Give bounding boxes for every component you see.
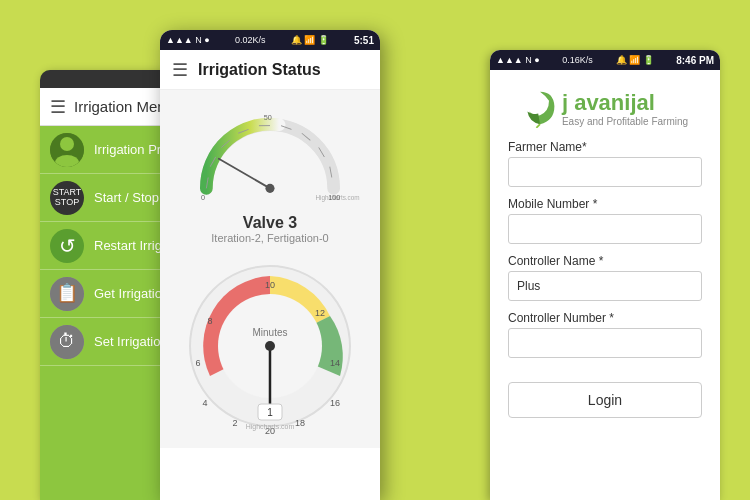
mobile-number-group: Mobile Number *	[508, 197, 702, 244]
controller-name-input[interactable]	[508, 271, 702, 301]
set-hist-icon: ⏱	[50, 325, 84, 359]
farmer-name-group: Farmer Name*	[508, 140, 702, 187]
svg-text:14: 14	[330, 358, 340, 368]
svg-text:0: 0	[201, 193, 205, 202]
mid-status-bar: ▲▲▲ N ● 0.02K/s 🔔 📶 🔋 5:51	[160, 30, 380, 50]
mobile-number-input[interactable]	[508, 214, 702, 244]
svg-text:Minutes: Minutes	[252, 327, 287, 338]
mid-hamburger-icon[interactable]: ☰	[172, 59, 188, 81]
hamburger-icon[interactable]: ☰	[50, 96, 66, 118]
svg-text:12: 12	[315, 308, 325, 318]
logo-leaf-icon	[522, 88, 558, 128]
svg-text:Highcharts.com: Highcharts.com	[246, 423, 295, 431]
farmer-name-label: Farmer Name*	[508, 140, 702, 154]
profile-icon	[50, 133, 84, 167]
logo-icon: j avanijal Easy and Profitable Farming	[522, 88, 688, 128]
svg-text:100: 100	[328, 193, 340, 202]
gauge-top-svg: Highcharts.com 0 100 50	[180, 102, 360, 202]
mid-app-header: ☰ Irrigation Status	[160, 50, 380, 90]
svg-line-40	[536, 124, 540, 128]
mid-header-title: Irrigation Status	[198, 61, 321, 79]
valve-info: Valve 3 Iteration-2, Fertigation-0	[211, 206, 328, 252]
logo-rest: avanijal	[568, 90, 655, 115]
restart-icon: ↺	[50, 229, 84, 263]
farmer-name-input[interactable]	[508, 157, 702, 187]
start-stop-badge: STARTSTOP	[53, 188, 82, 208]
screen-right: ▲▲▲ N ● 0.16K/s 🔔 📶 🔋 8:46 PM j avanijal…	[490, 50, 720, 500]
svg-text:10: 10	[265, 280, 275, 290]
svg-text:4: 4	[202, 398, 207, 408]
svg-line-16	[219, 159, 270, 189]
logo-name: j avanijal	[562, 90, 688, 116]
right-icons: 🔔 📶 🔋	[616, 55, 654, 65]
svg-text:8: 8	[207, 316, 212, 326]
svg-text:16: 16	[330, 398, 340, 408]
svg-text:50: 50	[264, 113, 272, 122]
get-hist-icon: 📋	[50, 277, 84, 311]
right-signal: ▲▲▲ N ●	[496, 55, 540, 65]
right-status-bar: ▲▲▲ N ● 0.16K/s 🔔 📶 🔋 8:46 PM	[490, 50, 720, 70]
svg-text:⏱: ⏱	[58, 331, 76, 351]
gauge-bottom-svg: 10 12 14 16 18 20 2 4 6 8 Minutes	[180, 256, 360, 436]
svg-text:6: 6	[195, 358, 200, 368]
start-stop-icon: STARTSTOP	[50, 181, 84, 215]
logo-area: j avanijal Easy and Profitable Farming	[490, 70, 720, 140]
valve-iteration: Iteration-2, Fertigation-0	[211, 232, 328, 244]
mid-time: 5:51	[354, 35, 374, 46]
mid-speed: 0.02K/s	[235, 35, 266, 45]
controller-name-group: Controller Name *	[508, 254, 702, 301]
controller-number-label: Controller Number *	[508, 311, 702, 325]
svg-text:18: 18	[295, 418, 305, 428]
controller-number-group: Controller Number *	[508, 311, 702, 358]
right-time: 8:46 PM	[676, 55, 714, 66]
gauge-top-area: Highcharts.com 0 100 50 Valve 3 Iteratio…	[160, 90, 380, 448]
svg-point-36	[265, 341, 275, 351]
right-speed: 0.16K/s	[562, 55, 593, 65]
screen-middle: ▲▲▲ N ● 0.02K/s 🔔 📶 🔋 5:51 ☰ Irrigation …	[160, 30, 380, 500]
mid-signal: ▲▲▲ N ●	[166, 35, 210, 45]
controller-name-label: Controller Name *	[508, 254, 702, 268]
mid-icons: 🔔 📶 🔋	[291, 35, 329, 45]
logo-tagline: Easy and Profitable Farming	[562, 116, 688, 127]
login-button[interactable]: Login	[508, 382, 702, 418]
valve-name: Valve 3	[211, 214, 328, 232]
login-form: Farmer Name* Mobile Number * Controller …	[490, 140, 720, 418]
svg-point-1	[60, 137, 74, 151]
screens-container: ▲ N ● 0.32 ☰ Irrigation Menu Irrigation …	[0, 0, 750, 500]
svg-text:1: 1	[267, 407, 273, 418]
svg-text:2: 2	[232, 418, 237, 428]
controller-number-input[interactable]	[508, 328, 702, 358]
mobile-number-label: Mobile Number *	[508, 197, 702, 211]
svg-point-17	[265, 184, 274, 193]
svg-text:📋: 📋	[56, 282, 79, 304]
logo-text: j avanijal Easy and Profitable Farming	[562, 90, 688, 127]
